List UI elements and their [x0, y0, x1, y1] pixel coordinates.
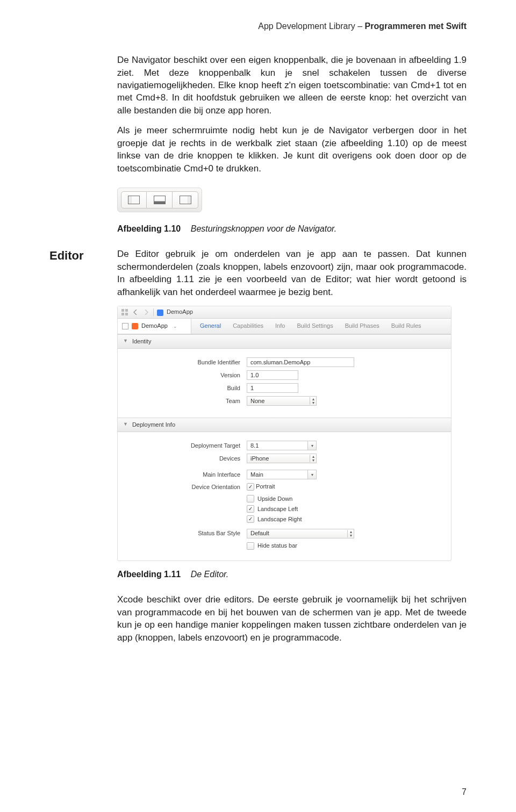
tab-build-settings[interactable]: Build Settings — [297, 322, 333, 330]
orientation-upside-down-label: Upside Down — [257, 495, 292, 503]
tab-build-rules[interactable]: Build Rules — [391, 322, 421, 330]
target-name: DemoApp — [141, 322, 168, 330]
team-select[interactable]: None ▴▾ — [247, 396, 317, 406]
orientation-landscape-left-checkbox[interactable] — [247, 505, 254, 513]
deployment-target-value: 8.1 — [247, 442, 307, 450]
tab-info[interactable]: Info — [275, 322, 285, 330]
stepper-arrows-icon: ▴▾ — [310, 455, 314, 462]
orientation-portrait-label: Portrait — [256, 483, 275, 490]
xcode-editor-shot: DemoApp DemoApp ⌄ General Capabilities I… — [117, 306, 452, 561]
section-identity-title: Identity — [132, 337, 151, 346]
paragraph-navigator-2: Als je meer schermruimte nodig hebt kun … — [117, 124, 467, 175]
status-bar-style-value: Default — [250, 529, 269, 537]
page-number: 7 — [462, 786, 467, 798]
toggle-left-panel-button[interactable] — [121, 191, 147, 209]
caption-1-11-label: Afbeelding 1.11 — [117, 570, 181, 579]
build-field[interactable]: 1 — [247, 383, 298, 393]
version-field[interactable]: 1.0 — [247, 370, 298, 380]
team-value: None — [250, 397, 264, 405]
header-title: Programmeren met Swift — [365, 21, 467, 31]
svg-rect-9 — [125, 313, 128, 315]
team-label: Team — [127, 397, 242, 405]
section-deployment-title: Deployment Info — [132, 421, 175, 429]
header-library: App Development Library – — [258, 21, 364, 31]
section-deployment-header[interactable]: ▼ Deployment Info — [118, 418, 451, 432]
devices-label: Devices — [127, 455, 242, 463]
nav-back-icon[interactable] — [132, 308, 139, 316]
device-orientation-label: Device Orientation — [127, 483, 242, 491]
caption-1-11-text: De Editor. — [191, 570, 229, 579]
section-heading-editor: Editor — [49, 248, 114, 264]
devices-value: iPhone — [250, 455, 269, 463]
paragraph-editors: Xcode beschikt over drie editors. De eer… — [117, 593, 467, 644]
right-panel-icon — [180, 196, 191, 204]
toggle-right-panel-button[interactable] — [173, 191, 198, 209]
chevron-down-icon: ▾ — [307, 470, 316, 479]
section-deployment-body: Deployment Target 8.1 ▾ Devices iPhone ▴… — [118, 432, 451, 561]
svg-rect-6 — [121, 309, 124, 312]
target-outline-icon — [122, 323, 128, 329]
bundle-identifier-field[interactable]: com.sluman.DemoApp — [247, 357, 354, 367]
jump-bar-separator — [153, 308, 154, 316]
related-items-icon[interactable] — [121, 308, 128, 316]
devices-select[interactable]: iPhone ▴▾ — [247, 454, 317, 463]
tab-general[interactable]: General — [200, 322, 221, 330]
disclosure-triangle-icon: ▼ — [123, 422, 128, 427]
orientation-landscape-left-label: Landscape Left — [257, 505, 298, 513]
breadcrumb[interactable]: DemoApp — [167, 308, 193, 316]
hide-status-bar-label: Hide status bar — [257, 542, 297, 550]
orientation-landscape-right-checkbox[interactable] — [247, 515, 254, 523]
svg-rect-8 — [121, 313, 124, 315]
caption-1-10: Afbeelding 1.10 Besturingsknoppen voor d… — [117, 223, 467, 235]
orientation-upside-down-checkbox[interactable] — [247, 495, 254, 502]
popup-arrows-icon: ⌄ — [173, 323, 177, 329]
tab-build-phases[interactable]: Build Phases — [345, 322, 379, 330]
svg-rect-3 — [154, 202, 165, 204]
caption-1-11: Afbeelding 1.11 De Editor. — [117, 569, 467, 580]
main-interface-value: Main — [247, 471, 307, 479]
paragraph-navigator-1: De Navigator beschikt over een eigen kno… — [117, 54, 467, 117]
paragraph-editor-intro: De Editor gebruik je om onderdelen van j… — [117, 248, 467, 298]
navigator-toggle-panel — [117, 188, 202, 212]
caption-1-10-text: Besturingsknoppen voor de Navigator. — [191, 224, 337, 233]
jump-bar: DemoApp — [118, 306, 451, 319]
nav-forward-icon[interactable] — [142, 308, 150, 316]
status-bar-style-select[interactable]: Default ▴▾ — [247, 529, 354, 538]
orientation-landscape-right-label: Landscape Right — [257, 515, 302, 523]
tab-capabilities[interactable]: Capabilities — [233, 322, 263, 330]
section-identity-body: Bundle Identifier com.sluman.DemoApp Ver… — [118, 349, 451, 418]
orientation-portrait-checkbox[interactable] — [247, 483, 254, 491]
running-header: App Development Library – Programmeren m… — [49, 20, 467, 32]
deployment-target-combo[interactable]: 8.1 ▾ — [247, 441, 317, 450]
stepper-arrows-icon: ▴▾ — [310, 397, 314, 405]
section-identity-header[interactable]: ▼ Identity — [118, 334, 451, 349]
chevron-down-icon: ▾ — [307, 441, 316, 450]
svg-rect-5 — [188, 196, 191, 204]
stepper-arrows-icon: ▴▾ — [347, 530, 352, 537]
settings-tabs: General Capabilities Info Build Settings… — [191, 319, 451, 334]
hide-status-bar-checkbox[interactable] — [247, 542, 254, 550]
project-icon — [157, 310, 163, 316]
target-tab-row: DemoApp ⌄ General Capabilities Info Buil… — [118, 319, 451, 334]
disclosure-triangle-icon: ▼ — [123, 339, 128, 343]
main-interface-label: Main Interface — [127, 471, 242, 479]
bundle-identifier-label: Bundle Identifier — [127, 358, 242, 367]
target-selector[interactable]: DemoApp ⌄ — [118, 319, 191, 334]
build-label: Build — [127, 384, 242, 392]
svg-rect-7 — [125, 309, 128, 312]
status-bar-style-label: Status Bar Style — [127, 529, 242, 537]
main-interface-combo[interactable]: Main ▾ — [247, 470, 317, 479]
caption-1-10-label: Afbeelding 1.10 — [117, 224, 181, 233]
toggle-bottom-panel-button[interactable] — [147, 191, 173, 209]
bottom-panel-icon — [154, 196, 166, 204]
deployment-target-label: Deployment Target — [127, 442, 242, 450]
app-target-icon — [132, 323, 138, 329]
version-label: Version — [127, 371, 242, 379]
left-panel-icon — [128, 196, 140, 204]
svg-rect-1 — [128, 196, 132, 204]
